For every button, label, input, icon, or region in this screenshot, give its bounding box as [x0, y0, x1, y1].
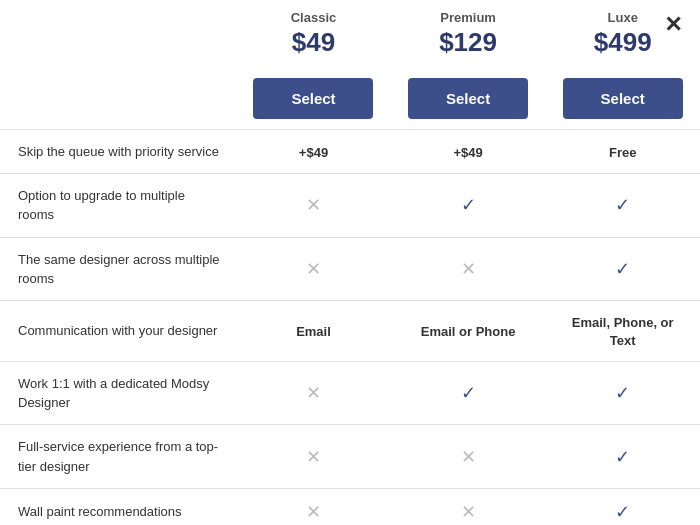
feature-label: Full-service experience from a top-tier …	[18, 439, 218, 473]
feature-luxe-cell: Free	[545, 130, 700, 174]
premium-price: $129	[403, 27, 534, 58]
feature-premium-cell: ✕	[391, 425, 546, 488]
feature-premium-cell: ✓	[391, 174, 546, 237]
check-icon: ✓	[461, 383, 476, 403]
feature-luxe-cell: ✓	[545, 174, 700, 237]
feature-premium-cell: Email or Phone	[391, 300, 546, 361]
feature-premium-cell: +$49	[391, 130, 546, 174]
luxe-select-button[interactable]: Select	[563, 78, 683, 119]
feature-label: Wall paint recommendations	[18, 504, 182, 519]
premium-select-button[interactable]: Select	[408, 78, 528, 119]
feature-classic-cell: ✕	[236, 237, 391, 300]
cross-icon: ✕	[461, 447, 476, 467]
feature-luxe-cell: ✓	[545, 361, 700, 424]
check-icon: ✓	[615, 447, 630, 467]
check-icon: ✓	[615, 383, 630, 403]
feature-classic-cell: +$49	[236, 130, 391, 174]
feature-label-cell: Work 1:1 with a dedicated Modsy Designer	[0, 361, 236, 424]
feature-row: Wall paint recommendations ✕ ✕ ✓	[0, 488, 700, 525]
feature-premium-cell: ✕	[391, 237, 546, 300]
feature-premium-cell: ✓	[391, 361, 546, 424]
feature-label-cell: The same designer across multiple rooms	[0, 237, 236, 300]
feature-row: Skip the queue with priority service +$4…	[0, 130, 700, 174]
feature-row: The same designer across multiple rooms …	[0, 237, 700, 300]
close-button[interactable]: ✕	[664, 14, 682, 36]
feature-classic-cell: ✕	[236, 425, 391, 488]
feature-luxe-cell: ✓	[545, 488, 700, 525]
cross-icon: ✕	[461, 259, 476, 279]
premium-name: Premium	[403, 10, 534, 25]
feature-label-cell: Full-service experience from a top-tier …	[0, 425, 236, 488]
feature-classic-cell: Email	[236, 300, 391, 361]
feature-label: Work 1:1 with a dedicated Modsy Designer	[18, 376, 209, 410]
select-buttons-row: Select Select Select	[0, 68, 700, 130]
check-icon: ✓	[615, 259, 630, 279]
feature-row: Option to upgrade to multiple rooms ✕ ✓ …	[0, 174, 700, 237]
feature-label: Option to upgrade to multiple rooms	[18, 188, 185, 222]
feature-label: Skip the queue with priority service	[18, 144, 219, 159]
feature-luxe-cell: Email, Phone, or Text	[545, 300, 700, 361]
feature-value: Email, Phone, or Text	[572, 315, 674, 348]
feature-label-cell: Skip the queue with priority service	[0, 130, 236, 174]
classic-select-button[interactable]: Select	[253, 78, 373, 119]
plan-classic-header: Classic $49	[236, 0, 391, 68]
premium-select-cell: Select	[391, 68, 546, 130]
cross-icon: ✕	[306, 502, 321, 522]
cross-icon: ✕	[306, 259, 321, 279]
plan-header-row: Classic $49 Premium $129 Luxe $499	[0, 0, 700, 68]
feature-label: Communication with your designer	[18, 323, 217, 338]
feature-value: Email	[296, 324, 331, 339]
cross-icon: ✕	[461, 502, 476, 522]
feature-value: +$49	[453, 145, 482, 160]
feature-classic-cell: ✕	[236, 488, 391, 525]
feature-value: Free	[609, 145, 636, 160]
pricing-table: Classic $49 Premium $129 Luxe $499 Selec…	[0, 0, 700, 525]
feature-luxe-cell: ✓	[545, 425, 700, 488]
feature-classic-cell: ✕	[236, 361, 391, 424]
check-icon: ✓	[461, 195, 476, 215]
feature-value: +$49	[299, 145, 328, 160]
feature-label: The same designer across multiple rooms	[18, 252, 220, 286]
feature-row: Full-service experience from a top-tier …	[0, 425, 700, 488]
feature-label-cell: Communication with your designer	[0, 300, 236, 361]
classic-select-cell: Select	[236, 68, 391, 130]
check-icon: ✓	[615, 195, 630, 215]
feature-premium-cell: ✕	[391, 488, 546, 525]
feature-label-cell: Wall paint recommendations	[0, 488, 236, 525]
feature-row: Communication with your designer Email E…	[0, 300, 700, 361]
cross-icon: ✕	[306, 383, 321, 403]
modal-container: ✕ Classic $49 Premium $129 Luxe	[0, 0, 700, 525]
feature-value: Email or Phone	[421, 324, 516, 339]
classic-price: $49	[248, 27, 379, 58]
luxe-select-cell: Select	[545, 68, 700, 130]
feature-classic-cell: ✕	[236, 174, 391, 237]
feature-luxe-cell: ✓	[545, 237, 700, 300]
feature-row: Work 1:1 with a dedicated Modsy Designer…	[0, 361, 700, 424]
cross-icon: ✕	[306, 447, 321, 467]
feature-label-cell: Option to upgrade to multiple rooms	[0, 174, 236, 237]
plan-premium-header: Premium $129	[391, 0, 546, 68]
cross-icon: ✕	[306, 195, 321, 215]
check-icon: ✓	[615, 502, 630, 522]
classic-name: Classic	[248, 10, 379, 25]
